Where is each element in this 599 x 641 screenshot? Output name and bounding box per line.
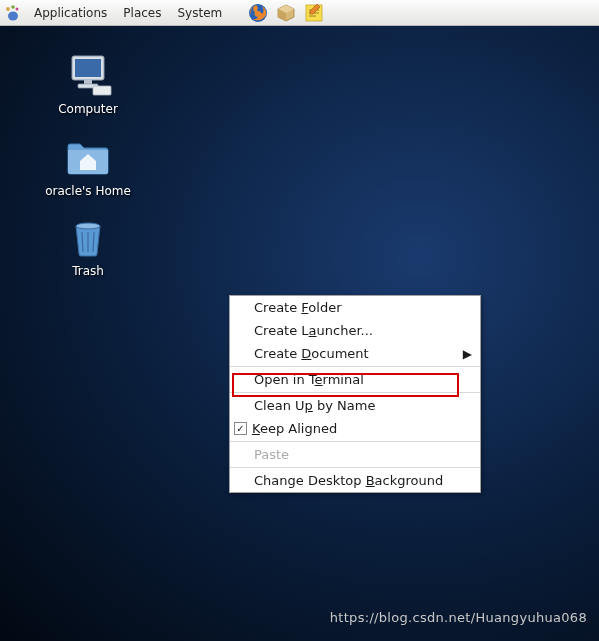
menu-clean-up[interactable]: Clean Up by Name: [230, 394, 480, 417]
svg-point-0: [6, 7, 10, 11]
menu-separator: [230, 441, 480, 442]
watermark: https://blog.csdn.net/Huangyuhua068: [330, 610, 587, 625]
desktop-icon-home[interactable]: oracle's Home: [28, 132, 148, 198]
menu-create-launcher[interactable]: Create Launcher...: [230, 319, 480, 342]
home-folder-icon: [64, 132, 112, 180]
menu-separator: [230, 392, 480, 393]
desktop[interactable]: Computer oracle's Home Trash Create F: [0, 26, 599, 641]
trash-icon: [64, 212, 112, 260]
svg-point-3: [8, 11, 18, 20]
computer-label: Computer: [28, 102, 148, 116]
svg-point-2: [16, 7, 19, 10]
menu-separator: [230, 467, 480, 468]
gnome-foot-icon: [4, 4, 22, 22]
svg-rect-10: [75, 59, 101, 77]
desktop-context-menu: Create Folder Create Launcher... Create …: [229, 295, 481, 493]
menu-paste: Paste: [230, 443, 480, 466]
checkbox-icon: ✓: [234, 422, 247, 435]
menu-create-folder[interactable]: Create Folder: [230, 296, 480, 319]
svg-point-14: [76, 223, 100, 229]
svg-rect-13: [93, 86, 111, 95]
menu-create-document[interactable]: Create Document ▶: [230, 342, 480, 365]
svg-rect-11: [84, 80, 92, 84]
top-menubar: Applications Places System: [0, 0, 599, 26]
home-label: oracle's Home: [28, 184, 148, 198]
svg-point-1: [11, 5, 15, 9]
menu-open-terminal[interactable]: Open in Terminal: [230, 368, 480, 391]
desktop-icon-trash[interactable]: Trash: [28, 212, 148, 278]
menu-applications[interactable]: Applications: [26, 2, 115, 24]
menu-separator: [230, 366, 480, 367]
desktop-icon-computer[interactable]: Computer: [28, 50, 148, 116]
menu-keep-aligned[interactable]: ✓ Keep Aligned: [230, 417, 480, 440]
menu-change-background[interactable]: Change Desktop Background: [230, 469, 480, 492]
menu-places[interactable]: Places: [115, 2, 169, 24]
notes-icon[interactable]: [303, 2, 325, 24]
package-icon[interactable]: [275, 2, 297, 24]
computer-icon: [64, 50, 112, 98]
submenu-arrow-icon: ▶: [463, 347, 472, 361]
firefox-icon[interactable]: [247, 2, 269, 24]
menu-system[interactable]: System: [169, 2, 230, 24]
trash-label: Trash: [28, 264, 148, 278]
